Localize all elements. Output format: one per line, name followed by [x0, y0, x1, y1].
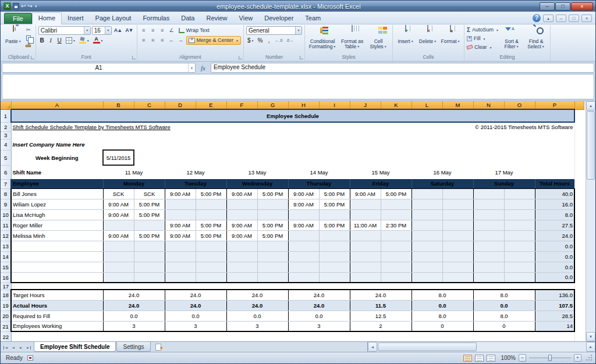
summary-total-cell[interactable]: 107.5 — [535, 300, 574, 311]
total-hours-cell[interactable]: 24.0 — [535, 230, 574, 241]
cell-extra[interactable] — [574, 150, 584, 165]
column-header-M[interactable]: M — [442, 101, 473, 109]
decrease-indent-button[interactable] — [168, 37, 176, 44]
shift-start-cell[interactable] — [226, 272, 257, 283]
shift-start-cell[interactable]: 9:00 AM — [165, 220, 196, 230]
shift-end-cell[interactable]: 5:00 PM — [134, 199, 165, 209]
shift-start-cell[interactable] — [165, 272, 196, 283]
cell-extra[interactable] — [574, 300, 584, 311]
column-header-H[interactable]: H — [288, 101, 319, 109]
row-header-20[interactable]: 20 — [1, 311, 11, 321]
workbook-minimize-button[interactable] — [556, 15, 566, 22]
row-header-9[interactable]: 9 — [1, 199, 11, 209]
format-as-table-button[interactable]: Format as Table — [339, 26, 366, 50]
shift-start-cell[interactable] — [350, 199, 381, 209]
shift-end-cell[interactable] — [381, 251, 411, 262]
shift-start-cell[interactable]: 9:00 AM — [226, 230, 257, 241]
shift-start-cell[interactable] — [288, 241, 319, 251]
zoom-slider[interactable] — [529, 354, 571, 362]
summary-label-cell[interactable]: Employees Working — [11, 321, 103, 331]
summary-value-cell[interactable]: 0 — [473, 321, 535, 331]
summary-value-cell[interactable]: 0.0 — [165, 311, 226, 321]
total-hours-cell[interactable]: 40.0 — [535, 188, 574, 199]
maximize-button[interactable] — [555, 2, 570, 10]
shift-start-cell[interactable]: 9:00 AM — [165, 230, 196, 241]
shift-start-cell[interactable] — [411, 199, 442, 209]
scroll-left-icon[interactable] — [368, 342, 377, 352]
column-header-extra[interactable] — [574, 101, 584, 109]
cell-extra[interactable] — [574, 209, 584, 220]
wrap-text-button[interactable]: Wrap Text — [177, 26, 211, 35]
shift-end-cell[interactable] — [257, 251, 288, 262]
orientation-button[interactable] — [168, 27, 176, 34]
shift-end-cell[interactable] — [442, 199, 473, 209]
cell-extra[interactable] — [574, 179, 584, 188]
shift-start-cell[interactable]: 9:00 AM — [165, 188, 196, 199]
align-left-button[interactable] — [140, 37, 148, 44]
shift-start-cell[interactable] — [350, 241, 381, 251]
row-header-2[interactable]: 2 — [1, 122, 11, 131]
employee-header-cell[interactable]: Employee — [11, 179, 103, 188]
summary-value-cell[interactable]: 3 — [288, 321, 350, 331]
shift-start-cell[interactable] — [165, 241, 196, 251]
column-header-L[interactable]: L — [411, 101, 442, 109]
shift-start-cell[interactable]: 9:00 AM — [103, 209, 134, 220]
shift-end-cell[interactable] — [319, 262, 350, 272]
shift-end-cell[interactable]: 5:00 PM — [257, 230, 288, 241]
summary-value-cell[interactable]: 0.0 — [103, 311, 165, 321]
shift-end-cell[interactable] — [196, 209, 226, 220]
summary-value-cell[interactable]: 24.0 — [226, 300, 288, 311]
minimize-button[interactable] — [540, 2, 555, 10]
shift-end-cell[interactable] — [381, 199, 411, 209]
shift-end-cell[interactable] — [196, 199, 226, 209]
total-hours-cell[interactable]: 27.5 — [535, 220, 574, 230]
cell-extra[interactable] — [574, 283, 584, 290]
shift-start-cell[interactable]: 9:00 AM — [103, 199, 134, 209]
name-box-dropdown-icon[interactable] — [188, 63, 195, 72]
currency-button[interactable]: $ — [246, 36, 256, 44]
row-header-12[interactable]: 12 — [1, 230, 11, 241]
week-beginning-label-cell[interactable]: Week Beginning — [11, 150, 103, 165]
shift-end-cell[interactable] — [442, 241, 473, 251]
shift-end-cell[interactable] — [381, 272, 411, 283]
row-header-15[interactable]: 15 — [1, 262, 11, 272]
page-layout-view-icon[interactable] — [475, 355, 484, 362]
row-header-3[interactable]: 3 — [1, 131, 11, 139]
grow-font-button[interactable] — [113, 26, 123, 34]
shift-start-cell[interactable] — [350, 262, 381, 272]
ribbon-tab-developer[interactable]: Developer — [258, 13, 299, 24]
font-family-select[interactable]: Calibri — [38, 26, 91, 35]
day-header-wednesday[interactable]: Wednesday — [226, 179, 288, 188]
shift-start-cell[interactable] — [473, 272, 504, 283]
column-header-N[interactable]: N — [473, 101, 504, 109]
shift-start-cell[interactable] — [288, 262, 319, 272]
ribbon-tab-team[interactable]: Team — [299, 13, 327, 24]
column-header-D[interactable]: D — [165, 101, 196, 109]
summary-total-cell[interactable]: 14 — [535, 321, 574, 331]
employee-name-cell[interactable]: Lisa McHugh — [11, 209, 103, 220]
day-header-sunday[interactable]: Sunday — [473, 179, 535, 188]
fill-color-button[interactable] — [78, 36, 91, 44]
shift-start-cell[interactable]: 9:00 AM — [350, 188, 381, 199]
week-beginning-date-cell[interactable]: 5/11/2015 — [103, 150, 134, 165]
align-center-button[interactable] — [149, 37, 157, 44]
shift-start-cell[interactable] — [288, 209, 319, 220]
file-tab[interactable]: File — [4, 13, 32, 24]
font-color-button[interactable]: A — [92, 36, 105, 44]
shift-start-cell[interactable]: 9:00 AM — [226, 220, 257, 230]
minimize-ribbon-icon[interactable] — [543, 15, 554, 22]
delete-cells-button[interactable]: Delete — [417, 26, 438, 45]
next-sheet-icon[interactable] — [17, 344, 24, 350]
ribbon-tab-insert[interactable]: Insert — [62, 13, 90, 24]
shift-start-cell[interactable] — [411, 220, 442, 230]
shift-start-cell[interactable] — [411, 251, 442, 262]
alignment-dialog-launcher-icon[interactable] — [239, 56, 242, 59]
font-size-select[interactable]: 16 — [92, 26, 112, 35]
employee-name-cell[interactable] — [11, 241, 103, 251]
shift-start-cell[interactable] — [411, 209, 442, 220]
shift-end-cell[interactable] — [381, 230, 411, 241]
total-hours-cell[interactable]: 16.0 — [535, 199, 574, 209]
formula-bar-expanded-area[interactable] — [2, 74, 594, 99]
insert-function-icon[interactable] — [197, 63, 209, 73]
shift-start-cell[interactable] — [473, 199, 504, 209]
